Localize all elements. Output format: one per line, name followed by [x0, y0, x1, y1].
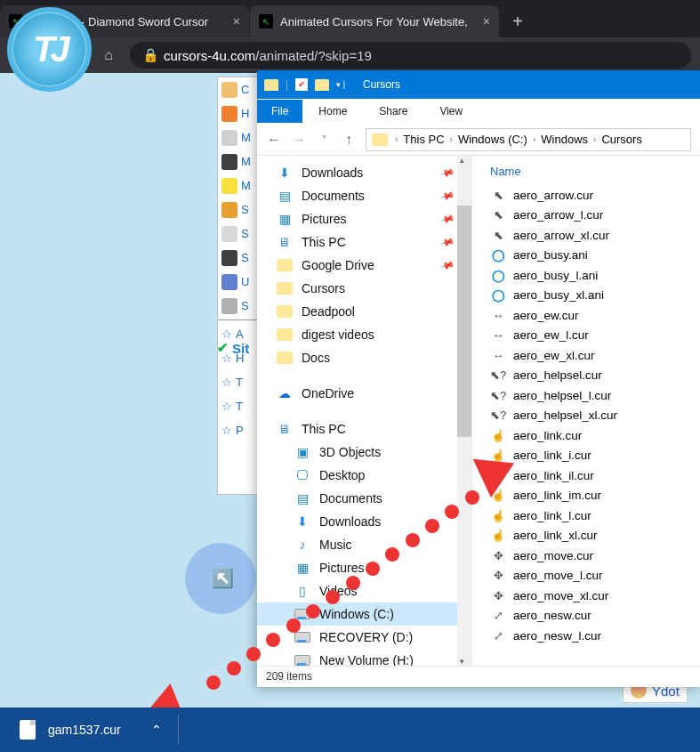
cursor-file-icon: ◯ [490, 269, 506, 282]
nav-item[interactable]: Cursors [257, 277, 471, 300]
file-item[interactable]: ↔aero_ew_l.cur [490, 326, 700, 346]
doc-icon: ▤ [294, 491, 310, 505]
pc-icon: 🖥 [277, 422, 293, 436]
category-icon [221, 130, 237, 146]
ribbon-tab-view[interactable]: View [423, 100, 479, 123]
ribbon-file-tab[interactable]: File [257, 100, 302, 123]
site-logo: TJ [7, 7, 92, 92]
file-item[interactable]: ⬉aero_arrow.cur [490, 185, 700, 206]
download-filename: gam1537.cur [48, 723, 121, 737]
file-item[interactable]: ⤢aero_nesw_l.cur [490, 626, 700, 646]
star-icon: ☆ [221, 424, 232, 437]
chevron-icon[interactable]: › [393, 134, 399, 144]
nav-this-pc[interactable]: 🖥This PC [257, 417, 471, 441]
file-item[interactable]: ☝aero_link_l.cur [490, 505, 700, 526]
folder-icon [277, 258, 293, 272]
nav-item[interactable]: digest videos [257, 323, 471, 346]
file-item[interactable]: ✥aero_move_l.cur [490, 566, 700, 586]
nav-item[interactable]: ♪Music [257, 533, 471, 556]
cursor-highlight: ↖️ [185, 543, 256, 614]
file-item[interactable]: ◯aero_busy_l.ani [490, 265, 700, 286]
file-item[interactable]: ☝aero_link_i.cur [490, 446, 700, 466]
file-item[interactable]: ☝aero_link_im.cur [490, 486, 700, 506]
nav-item[interactable]: Google Drive📌 [257, 254, 471, 277]
file-item[interactable]: ⬉?aero_helpsel.cur [490, 366, 700, 386]
nav-back-button[interactable]: ← [266, 132, 282, 148]
chevron-up-icon[interactable]: ⌃ [151, 723, 162, 737]
nav-item[interactable]: ▦Pictures [257, 556, 471, 579]
breadcrumb-item[interactable]: This PC [399, 133, 447, 146]
3d-icon: ▣ [294, 445, 310, 459]
url-input[interactable]: 🔒 cursors-4u.com/animated/?skip=19 [130, 42, 691, 69]
home-button[interactable]: ⌂ [100, 46, 117, 64]
close-tab-icon[interactable]: × [483, 14, 490, 28]
nav-item[interactable]: ▯Videos [257, 579, 471, 602]
folder-icon [277, 351, 293, 365]
chevron-icon[interactable]: › [531, 134, 537, 144]
nav-item[interactable]: Deadpool [257, 300, 471, 323]
cursor-file-icon: ↔ [490, 328, 506, 342]
file-item[interactable]: ☝aero_link_xl.cur [490, 526, 700, 546]
nav-item[interactable]: ▣3D Objects [257, 441, 471, 464]
new-tab-button[interactable]: + [505, 9, 530, 34]
ribbon-tab-home[interactable]: Home [302, 100, 363, 123]
file-item[interactable]: ⬉?aero_helpsel_l.cur [490, 385, 700, 406]
checkbox-icon[interactable]: ✔ [295, 78, 308, 91]
ribbon-tab-share[interactable]: Share [363, 100, 423, 123]
file-item[interactable]: ◯aero_busy.ani [490, 246, 700, 266]
nav-item[interactable]: New Volume (H:) [257, 649, 471, 666]
nav-item[interactable]: ▤Documents📌 [257, 184, 471, 207]
file-item[interactable]: ⬉aero_arrow_xl.cur [490, 225, 700, 246]
scrollbar-thumb[interactable] [457, 206, 471, 437]
breadcrumb-bar[interactable]: › This PC › Windows (C:) › Windows › Cur… [366, 128, 691, 151]
nav-up-button[interactable]: ↑ [341, 132, 357, 148]
download-shelf: gam1537.cur ⌃ [0, 708, 700, 752]
close-tab-icon[interactable]: × [233, 14, 240, 28]
download-icon: ⬇ [294, 514, 310, 529]
browser-chrome: ↖ Minecraft - Diamond Sword Cursor × ↖ A… [0, 0, 700, 73]
browser-tab-active[interactable]: ↖ Animated Cursors For Your Website, × [250, 5, 499, 37]
window-title: Cursors [352, 78, 400, 91]
file-item[interactable]: ☝aero_link.cur [490, 425, 700, 446]
cursor-file-icon: ◯ [490, 248, 506, 262]
title-bar[interactable]: | ✔ ▾ | Cursors [257, 70, 700, 99]
nav-item[interactable]: ⬇Downloads [257, 510, 471, 533]
nav-item[interactable]: 🖵Desktop [257, 464, 471, 487]
pin-icon: 📌 [439, 234, 456, 250]
star-icon: ☆ [221, 400, 232, 413]
cursor-file-icon: ☝ [490, 509, 506, 522]
nav-item[interactable]: ⬇Downloads📌 [257, 161, 471, 184]
nav-item[interactable]: Docs [257, 346, 471, 369]
file-item[interactable]: ⬉aero_arrow_l.cur [490, 206, 700, 226]
star-icon: ☆ [221, 376, 232, 389]
cloud-icon: ☁ [277, 386, 293, 400]
file-item[interactable]: ↔aero_ew_xl.cur [490, 345, 700, 366]
chevron-icon[interactable]: › [448, 134, 455, 144]
chevron-icon[interactable]: › [591, 134, 598, 144]
music-icon: ♪ [294, 538, 310, 552]
nav-item[interactable]: ▤Documents [257, 487, 471, 510]
breadcrumb-item[interactable]: Windows (C:) [455, 133, 531, 146]
breadcrumb-item[interactable]: Windows [537, 133, 591, 146]
nav-onedrive[interactable]: ☁OneDrive [257, 382, 471, 405]
nav-history-dropdown[interactable]: ˅ [316, 134, 332, 144]
file-item[interactable]: ↔aero_ew.cur [490, 305, 700, 326]
pc-icon: 🖥 [277, 235, 293, 249]
file-item[interactable]: ⤢aero_nesw.cur [490, 606, 700, 627]
nav-item[interactable]: 🖥This PC📌 [257, 230, 471, 254]
breadcrumb-item[interactable]: Cursors [598, 133, 646, 146]
nav-item[interactable]: ▦Pictures📌 [257, 207, 471, 230]
qat-dropdown-icon[interactable]: ▾ | [336, 80, 345, 89]
file-item[interactable]: ◯aero_busy_xl.ani [490, 286, 700, 306]
file-item[interactable]: ✥aero_move_xl.cur [490, 586, 700, 606]
file-item[interactable]: ✥aero_move.cur [490, 546, 700, 566]
folder-icon [277, 327, 293, 342]
cursor-file-icon: ⤢ [490, 609, 506, 622]
site-heading: ✔Sit [217, 340, 249, 356]
download-item[interactable]: gam1537.cur ⌃ [14, 715, 179, 745]
folder-icon [315, 79, 329, 91]
file-item[interactable]: ⬉?aero_helpsel_xl.cur [490, 406, 700, 426]
column-header-name[interactable]: Name [490, 161, 700, 185]
cursor-file-icon: ⬉? [490, 408, 506, 422]
annotation-dot [286, 619, 301, 633]
